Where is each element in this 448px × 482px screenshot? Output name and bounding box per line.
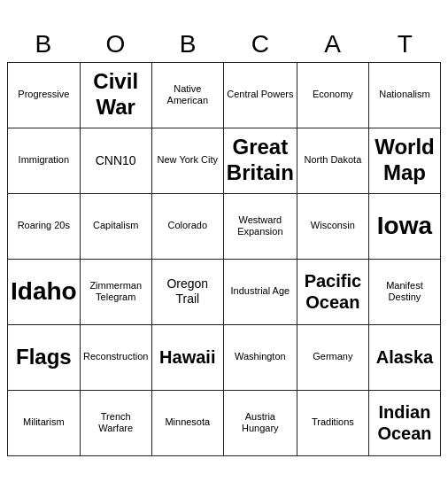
cell-text-r3-c5: Manifest Destiny: [372, 280, 437, 303]
cell-text-r1-c3: Great Britain: [227, 135, 294, 186]
header-letter-0: B: [7, 27, 80, 62]
cell-r0-c4[interactable]: Economy: [297, 63, 369, 128]
cell-text-r3-c4: Pacific Ocean: [300, 270, 366, 313]
cell-text-r0-c2: Native American: [155, 83, 220, 106]
cell-text-r2-c0: Roaring 20s: [18, 220, 70, 231]
cell-r0-c3[interactable]: Central Powers: [224, 63, 297, 128]
cell-text-r5-c1: Trench Warfare: [83, 411, 149, 434]
header-letter-5: T: [368, 27, 441, 62]
cell-r5-c1[interactable]: Trench Warfare: [81, 391, 152, 456]
cell-r2-c1[interactable]: Capitalism: [81, 194, 152, 260]
cell-text-r3-c0: Idaho: [11, 276, 77, 307]
cell-r0-c1[interactable]: Civil War: [81, 63, 152, 128]
cell-r5-c5[interactable]: Indian Ocean: [369, 391, 441, 456]
cell-text-r2-c3: Westward Expansion: [227, 214, 294, 237]
cell-r2-c2[interactable]: Colorado: [152, 194, 224, 260]
bingo-grid: ProgressiveCivil WarNative AmericanCentr…: [7, 62, 441, 456]
cell-text-r5-c3: Austria Hungary: [227, 411, 294, 434]
cell-text-r1-c0: Immigration: [19, 154, 69, 166]
cell-text-r3-c1: Zimmerman Telegram: [83, 280, 149, 303]
cell-text-r4-c5: Alaska: [376, 346, 434, 368]
cell-text-r0-c4: Economy: [313, 89, 353, 100]
cell-r4-c0[interactable]: Flags: [8, 325, 81, 391]
cell-r3-c2[interactable]: Oregon Trail: [152, 260, 224, 325]
cell-r0-c0[interactable]: Progressive: [8, 63, 81, 128]
cell-r2-c3[interactable]: Westward Expansion: [224, 194, 297, 260]
cell-r5-c3[interactable]: Austria Hungary: [224, 391, 297, 456]
cell-text-r4-c1: Reconstruction: [83, 351, 148, 362]
cell-r3-c3[interactable]: Industrial Age: [224, 260, 297, 325]
cell-r3-c4[interactable]: Pacific Ocean: [297, 260, 369, 325]
cell-text-r5-c4: Traditions: [312, 416, 354, 428]
header-letter-3: C: [224, 27, 297, 62]
cell-r5-c0[interactable]: Militarism: [8, 391, 81, 456]
cell-text-r4-c0: Flags: [16, 345, 72, 370]
cell-r4-c4[interactable]: Germany: [297, 325, 369, 391]
cell-text-r3-c3: Industrial Age: [231, 285, 290, 297]
cell-text-r4-c3: Washington: [235, 351, 286, 362]
cell-r1-c0[interactable]: Immigration: [8, 128, 81, 194]
cell-text-r2-c2: Colorado: [167, 220, 207, 231]
cell-r3-c5[interactable]: Manifest Destiny: [369, 260, 441, 325]
cell-r1-c3[interactable]: Great Britain: [224, 128, 297, 194]
cell-r1-c1[interactable]: CNN10: [81, 128, 152, 194]
cell-text-r1-c1: CNN10: [96, 153, 136, 168]
header-letter-1: O: [80, 27, 152, 62]
cell-r4-c5[interactable]: Alaska: [369, 325, 441, 391]
cell-text-r4-c4: Germany: [313, 351, 352, 362]
cell-text-r2-c1: Capitalism: [93, 220, 138, 231]
cell-r5-c4[interactable]: Traditions: [297, 391, 369, 456]
cell-r3-c0[interactable]: Idaho: [8, 260, 81, 325]
cell-r0-c2[interactable]: Native American: [152, 63, 224, 128]
cell-r4-c2[interactable]: Hawaii: [152, 325, 224, 391]
cell-r3-c1[interactable]: Zimmerman Telegram: [81, 260, 152, 325]
cell-r2-c5[interactable]: Iowa: [369, 194, 441, 260]
cell-text-r3-c2: Oregon Trail: [155, 276, 220, 307]
cell-r1-c2[interactable]: New York City: [152, 128, 224, 194]
cell-r4-c1[interactable]: Reconstruction: [81, 325, 152, 391]
bingo-card: BOBCAT ProgressiveCivil WarNative Americ…: [7, 27, 441, 456]
cell-text-r1-c4: North Dakota: [304, 154, 361, 166]
header-letter-4: A: [297, 27, 369, 62]
cell-text-r0-c3: Central Powers: [227, 89, 293, 100]
cell-r2-c0[interactable]: Roaring 20s: [8, 194, 81, 260]
cell-r1-c5[interactable]: World Map: [369, 128, 441, 194]
cell-r2-c4[interactable]: Wisconsin: [297, 194, 369, 260]
bingo-header: BOBCAT: [7, 27, 441, 62]
cell-text-r2-c4: Wisconsin: [311, 220, 355, 231]
cell-text-r1-c2: New York City: [158, 154, 218, 166]
cell-text-r0-c1: Civil War: [83, 69, 149, 120]
cell-text-r5-c0: Militarism: [23, 416, 64, 428]
cell-text-r4-c2: Hawaii: [159, 346, 215, 368]
cell-text-r0-c0: Progressive: [18, 89, 69, 100]
cell-r5-c2[interactable]: Minnesota: [152, 391, 224, 456]
cell-r4-c3[interactable]: Washington: [224, 325, 297, 391]
cell-text-r5-c2: Minnesota: [165, 416, 210, 428]
cell-text-r5-c5: Indian Ocean: [372, 401, 437, 444]
cell-r1-c4[interactable]: North Dakota: [297, 128, 369, 194]
cell-r0-c5[interactable]: Nationalism: [369, 63, 441, 128]
cell-text-r1-c5: World Map: [372, 135, 437, 186]
cell-text-r0-c5: Nationalism: [379, 89, 429, 100]
header-letter-2: B: [151, 27, 224, 62]
cell-text-r2-c5: Iowa: [377, 211, 432, 241]
